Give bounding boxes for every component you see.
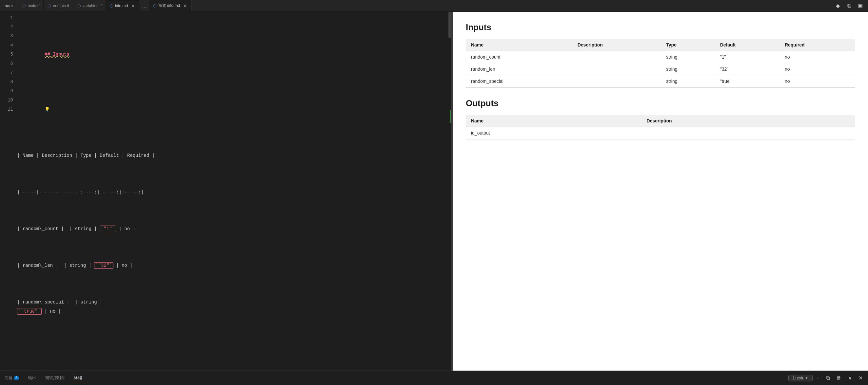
outputs-table-header-row: Name Description bbox=[466, 115, 855, 127]
tf-purple-icon-2: ⬡ bbox=[48, 4, 51, 8]
table-row: id_output bbox=[466, 127, 855, 139]
titlebar: back ⬡ main.tf ⬡ outputs.tf ⬡ variables.… bbox=[0, 0, 868, 12]
tab-outputs-tf[interactable]: ⬡ outputs.tf bbox=[43, 0, 73, 11]
split-editor-button[interactable]: ⧉ bbox=[844, 1, 854, 10]
tab-problems[interactable]: 问题 3 bbox=[0, 371, 24, 385]
add-icon: + bbox=[816, 375, 819, 381]
close-preview-icon[interactable]: ✕ bbox=[183, 3, 187, 8]
more-tabs-button[interactable]: ... bbox=[139, 0, 149, 11]
col-header-description: Description bbox=[572, 39, 661, 51]
line-num-11: 11 bbox=[0, 105, 13, 114]
cell-required-3: no bbox=[779, 75, 855, 88]
lightbulb-icon: 💡 bbox=[44, 107, 50, 112]
tab-info-md[interactable]: ⬡ info.md ✕ bbox=[106, 0, 139, 11]
out-cell-name-1: id_output bbox=[466, 127, 642, 139]
cell-required-2: no bbox=[779, 63, 855, 75]
code-line-5: | random\_count | | string | `"1"` | no … bbox=[17, 224, 448, 234]
inputs-table-body: random_count string "1" no random_len st… bbox=[466, 51, 855, 88]
code-line-2: 💡 bbox=[17, 96, 448, 124]
tab-output[interactable]: 输出 bbox=[24, 371, 41, 385]
maximize-panel-button[interactable]: ∧ bbox=[845, 371, 855, 385]
toggle-layout-icon: ▣ bbox=[858, 3, 863, 9]
back-button[interactable]: back bbox=[0, 0, 18, 11]
code-line-6: | random\_len | | string | `"32"` | no | bbox=[17, 261, 448, 270]
line-num-10: 10 bbox=[0, 96, 13, 105]
line-num-2: 2 bbox=[0, 22, 13, 31]
close-info-md-icon[interactable]: ✕ bbox=[131, 3, 135, 8]
titlebar-actions: ◆ ⧉ ▣ bbox=[833, 1, 865, 10]
out-col-header-description: Description bbox=[641, 115, 855, 127]
code-line-7: | random\_special | | string | `"true"` … bbox=[17, 298, 448, 316]
tf-purple-icon: ⬡ bbox=[22, 4, 26, 8]
cell-default-1: "1" bbox=[715, 51, 779, 63]
split-editor-icon: ⧉ bbox=[847, 3, 851, 9]
line-num-3: 3 bbox=[0, 31, 13, 41]
line-num-8: 8 bbox=[0, 77, 13, 86]
tf-blue-icon: ⬡ bbox=[110, 4, 113, 8]
tab-terminal[interactable]: 终端 bbox=[69, 371, 87, 385]
out-cell-desc-1 bbox=[641, 127, 855, 139]
col-header-type: Type bbox=[661, 39, 715, 51]
preview-inputs-heading: Inputs bbox=[466, 22, 855, 32]
tab-variables-tf[interactable]: ⬡ variables.tf bbox=[73, 0, 106, 11]
col-header-default: Default bbox=[715, 39, 779, 51]
scroll-green-indicator bbox=[450, 110, 451, 123]
source-control-icon: ◆ bbox=[836, 3, 840, 9]
trash-terminal-button[interactable]: 🗑 bbox=[834, 371, 844, 385]
code-line-4: |------|--------------|:----:|:-----:|:-… bbox=[17, 187, 448, 197]
preview-icon: ⬡ bbox=[153, 4, 156, 8]
problems-badge: 3 bbox=[14, 376, 19, 380]
cell-required-1: no bbox=[779, 51, 855, 63]
line-num-5: 5 bbox=[0, 50, 13, 59]
inputs-table-head: Name Description Type Default Required bbox=[466, 39, 855, 51]
inputs-table-header-row: Name Description Type Default Required bbox=[466, 39, 855, 51]
editor-tabs: ⬡ main.tf ⬡ outputs.tf ⬡ variables.tf ⬡ … bbox=[18, 0, 833, 11]
bottom-panel: 问题 3 输出 调试控制台 终端 1: zsh ▼ + ⧉ 🗑 ∧ ✕ bbox=[0, 371, 868, 385]
terminal-selector[interactable]: 1: zsh ▼ bbox=[788, 375, 813, 381]
line-numbers: 1 2 3 4 5 6 7 8 9 10 11 bbox=[0, 12, 16, 371]
line-num-1: 1 bbox=[0, 13, 13, 22]
heading-inputs: ## Inputs bbox=[44, 52, 69, 57]
code-val-1: `"1"` bbox=[100, 225, 116, 232]
tf-purple-icon-3: ⬡ bbox=[78, 4, 81, 8]
code-line-3: | Name | Description | Type | Default | … bbox=[17, 151, 448, 160]
line-num-9: 9 bbox=[0, 86, 13, 96]
toggle-layout-button[interactable]: ▣ bbox=[855, 1, 865, 10]
editor-pane[interactable]: 1 2 3 4 5 6 7 8 9 10 11 ## Inputs 💡 bbox=[0, 12, 452, 371]
tab-main-tf[interactable]: ⬡ main.tf bbox=[18, 0, 43, 11]
chevron-up-icon: ∧ bbox=[848, 375, 852, 381]
outputs-table-head: Name Description bbox=[466, 115, 855, 127]
out-col-header-name: Name bbox=[466, 115, 642, 127]
inputs-table: Name Description Type Default Required r… bbox=[466, 39, 855, 88]
preview-tab[interactable]: ⬡ 预览 info.md ✕ bbox=[149, 0, 192, 11]
code-val-32: `"32"` bbox=[94, 262, 113, 269]
code-line-1: ## Inputs bbox=[17, 41, 448, 68]
cell-default-2: "32" bbox=[715, 63, 779, 75]
code-line-8 bbox=[17, 343, 448, 353]
close-panel-button[interactable]: ✕ bbox=[856, 371, 865, 385]
bottom-tabs: 问题 3 输出 调试控制台 终端 bbox=[0, 371, 87, 385]
cell-name-3: random_special bbox=[466, 75, 572, 88]
source-control-button[interactable]: ◆ bbox=[833, 1, 843, 10]
code-content[interactable]: ## Inputs 💡 | Name | Description | Type … bbox=[16, 12, 451, 371]
scroll-indicator bbox=[448, 12, 451, 371]
cell-desc-1 bbox=[572, 51, 661, 63]
line-num-4: 4 bbox=[0, 41, 13, 50]
table-row: random_special string "true" no bbox=[466, 75, 855, 88]
split-terminal-button[interactable]: ⧉ bbox=[824, 371, 832, 385]
bottom-right-actions: 1: zsh ▼ + ⧉ 🗑 ∧ ✕ bbox=[788, 371, 868, 385]
preview-pane[interactable]: Inputs Name Description Type Default Req… bbox=[453, 12, 868, 371]
trash-icon: 🗑 bbox=[836, 375, 841, 381]
preview-outputs-heading: Outputs bbox=[466, 98, 855, 108]
cell-default-3: "true" bbox=[715, 75, 779, 88]
cell-desc-2 bbox=[572, 63, 661, 75]
table-row: random_len string "32" no bbox=[466, 63, 855, 75]
line-num-6: 6 bbox=[0, 59, 13, 68]
main-content: 1 2 3 4 5 6 7 8 9 10 11 ## Inputs 💡 bbox=[0, 12, 868, 371]
add-terminal-button[interactable]: + bbox=[814, 371, 822, 385]
tab-debug-console[interactable]: 调试控制台 bbox=[41, 371, 69, 385]
close-panel-icon: ✕ bbox=[859, 375, 863, 381]
outputs-table-body: id_output bbox=[466, 127, 855, 139]
split-terminal-icon: ⧉ bbox=[826, 375, 830, 381]
outputs-table: Name Description id_output bbox=[466, 115, 855, 139]
